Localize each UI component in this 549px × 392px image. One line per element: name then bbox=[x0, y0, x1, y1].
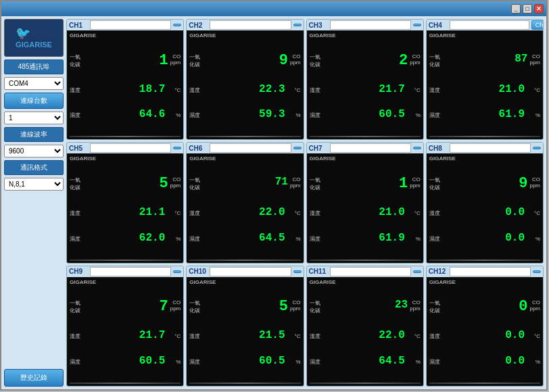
channel-btn-ch12[interactable] bbox=[533, 270, 541, 273]
channel-btn-ch1[interactable] bbox=[173, 24, 181, 26]
channel-btn-ch5[interactable] bbox=[173, 147, 181, 149]
channel-btn-ch11[interactable] bbox=[413, 270, 421, 273]
channel-header-ch7: CH7 bbox=[307, 143, 423, 153]
channel-btn-ch8[interactable] bbox=[533, 147, 541, 149]
channel-display-ch7: GIGARISE 一氧 化碳 1 CO ppm 溫度 21.0 °C 濕度 bbox=[307, 153, 423, 262]
co-unit2-ch5: ppm bbox=[170, 182, 181, 189]
minimize-button[interactable]: _ bbox=[511, 4, 521, 14]
co-row-ch8: 一氧 化碳 9 CO ppm bbox=[429, 176, 540, 191]
channel-name-input-ch8[interactable] bbox=[450, 143, 531, 153]
co-label1-ch8: 一氧 bbox=[429, 176, 440, 184]
channel-btn-ch2[interactable] bbox=[293, 24, 302, 26]
channel-name-input-ch1[interactable] bbox=[90, 20, 171, 30]
co-label2-ch8: 化碳 bbox=[429, 184, 440, 191]
co-unit1-ch5: CO bbox=[172, 176, 181, 182]
hum-label-ch10: 濕度 bbox=[189, 358, 204, 366]
hum-unit-ch6: % bbox=[287, 236, 301, 242]
co-unit-block-ch3: CO ppm bbox=[410, 53, 421, 66]
co-label-block-ch6: 一氧 化碳 bbox=[189, 176, 200, 191]
co-label2-ch11: 化碳 bbox=[310, 307, 320, 314]
channel-header-ch11: CH11 bbox=[307, 266, 423, 277]
co-unit2-ch1: ppm bbox=[170, 59, 181, 66]
channel-btn-ch7[interactable] bbox=[413, 147, 421, 149]
co-label-block-ch3: 一氧 化碳 bbox=[310, 53, 320, 68]
channel-label-ch4: CH4 bbox=[429, 22, 448, 29]
channel-name-input-ch7[interactable] bbox=[330, 143, 411, 153]
channel-name-input-ch3[interactable] bbox=[330, 20, 411, 30]
co-label2-ch3: 化碳 bbox=[310, 61, 320, 68]
channel-name-input-ch2[interactable] bbox=[210, 20, 291, 30]
bottom-line-ch10 bbox=[189, 383, 300, 384]
co-label-block-ch2: 一氧 化碳 bbox=[189, 53, 200, 68]
co-unit2-ch7: ppm bbox=[410, 182, 421, 189]
temp-value-ch2: 22.3 bbox=[204, 84, 287, 95]
maximize-button[interactable]: □ bbox=[523, 4, 532, 14]
temp-label-ch3: 溫度 bbox=[310, 87, 325, 94]
hum-row-ch8: 濕度 0.0 % bbox=[429, 232, 540, 243]
channel-display-ch11: GIGARISE 一氧 化碳 23 CO ppm 溫度 22.0 °C 濕度 bbox=[307, 277, 423, 386]
channel-cell-ch3: CH3 GIGARISE 一氧 化碳 2 CO ppm 溫度 21 bbox=[306, 19, 424, 140]
com-port-select[interactable]: COM4 COM1 COM2 COM3 bbox=[4, 77, 64, 90]
brand-ch7: GIGARISE bbox=[310, 155, 336, 162]
channel-label-ch3: CH3 bbox=[309, 22, 328, 29]
titlebar: _ □ ✕ bbox=[1, 1, 546, 16]
count-select[interactable]: 1234 5678 9101112 bbox=[4, 112, 64, 124]
co-label-block-ch9: 一氧 化碳 bbox=[70, 299, 80, 314]
temp-row-ch3: 溫度 21.7 °C bbox=[310, 84, 421, 95]
channel-name-input-ch5[interactable] bbox=[90, 143, 171, 153]
hum-unit-ch4: % bbox=[527, 112, 540, 118]
channel-display-ch2: GIGARISE 一氧 化碳 9 CO ppm 溫度 22.3 °C 濕度 bbox=[187, 30, 303, 139]
hum-label-ch4: 濕度 bbox=[429, 112, 444, 119]
co-value-ch12: 0 bbox=[440, 299, 530, 314]
co-unit2-ch12: ppm bbox=[529, 305, 540, 312]
brand-ch4: GIGARISE bbox=[429, 32, 456, 39]
channel-name-input-ch10[interactable] bbox=[210, 267, 291, 276]
co-unit2-ch9: ppm bbox=[170, 305, 181, 312]
co-label2-ch7: 化碳 bbox=[310, 184, 320, 191]
hum-row-ch5: 濕度 62.0 % bbox=[70, 232, 181, 243]
channel-cell-ch10: CH10 GIGARISE 一氧 化碳 5 CO ppm 溫度 2 bbox=[186, 266, 304, 387]
co-unit-block-ch9: CO ppm bbox=[170, 299, 181, 312]
co-unit1-ch9: CO bbox=[172, 299, 181, 305]
channel-btn-ch9[interactable] bbox=[173, 270, 181, 273]
co-label-block-ch5: 一氧 化碳 bbox=[70, 176, 80, 191]
hum-row-ch3: 濕度 60.5 % bbox=[310, 109, 421, 120]
channel-name-input-ch9[interactable] bbox=[90, 267, 171, 276]
baud-select[interactable]: 960048001920038400 bbox=[4, 145, 64, 157]
temp-unit-ch12: °C bbox=[527, 333, 540, 339]
co-unit2-ch3: ppm bbox=[410, 59, 421, 66]
co-value-ch4: 87 bbox=[440, 53, 530, 64]
connect-count-button[interactable]: 連線台數 bbox=[4, 93, 64, 109]
channel-btn-ch10[interactable] bbox=[293, 270, 302, 273]
hum-unit-ch7: % bbox=[407, 236, 421, 242]
co-unit-block-ch10: CO ppm bbox=[290, 299, 301, 312]
hum-value-ch6: 64.5 bbox=[204, 232, 287, 243]
co-row-ch11: 一氧 化碳 23 CO ppm bbox=[310, 299, 421, 314]
co-label-block-ch10: 一氧 化碳 bbox=[189, 299, 200, 314]
temp-value-ch10: 21.5 bbox=[204, 330, 287, 341]
logo-bird-icon: 🐦 bbox=[16, 26, 52, 41]
channel-name-input-ch6[interactable] bbox=[210, 143, 291, 153]
co-label1-ch3: 一氧 bbox=[310, 53, 320, 61]
temp-label-ch11: 溫度 bbox=[310, 333, 325, 340]
channel-header-ch3: CH3 bbox=[307, 20, 423, 30]
channel-name-input-ch4[interactable] bbox=[450, 20, 529, 30]
temp-row-ch6: 溫度 22.0 °C bbox=[189, 207, 300, 218]
co-row-ch12: 一氧 化碳 0 CO ppm bbox=[429, 299, 540, 314]
hum-row-ch1: 濕度 64.6 % bbox=[70, 109, 181, 120]
hum-row-ch7: 濕度 61.9 % bbox=[310, 232, 421, 243]
co-row-ch2: 一氧 化碳 9 CO ppm bbox=[189, 53, 300, 68]
channel-name-input-ch12[interactable] bbox=[450, 267, 531, 276]
co-unit-block-ch2: CO ppm bbox=[290, 53, 301, 66]
channel-name-input-ch11[interactable] bbox=[330, 267, 411, 276]
bottom-line-ch9 bbox=[70, 383, 181, 384]
channel-btn-ch6[interactable] bbox=[293, 147, 302, 149]
close-button[interactable]: ✕ bbox=[534, 4, 544, 14]
format-select[interactable]: N,8,1N,8,2E,8,1 bbox=[4, 178, 64, 191]
channel-cell-ch1: CH1 GIGARISE 一氧 化碳 1 CO ppm 溫度 18 bbox=[66, 19, 184, 140]
channel-btn-ch3[interactable] bbox=[413, 24, 421, 26]
history-button[interactable]: 歷史記錄 bbox=[4, 369, 64, 387]
brand-ch5: GIGARISE bbox=[70, 155, 96, 162]
channel-btn-ch4[interactable]: ChI bbox=[531, 20, 544, 30]
co-label2-ch4: 化碳 bbox=[429, 61, 440, 68]
